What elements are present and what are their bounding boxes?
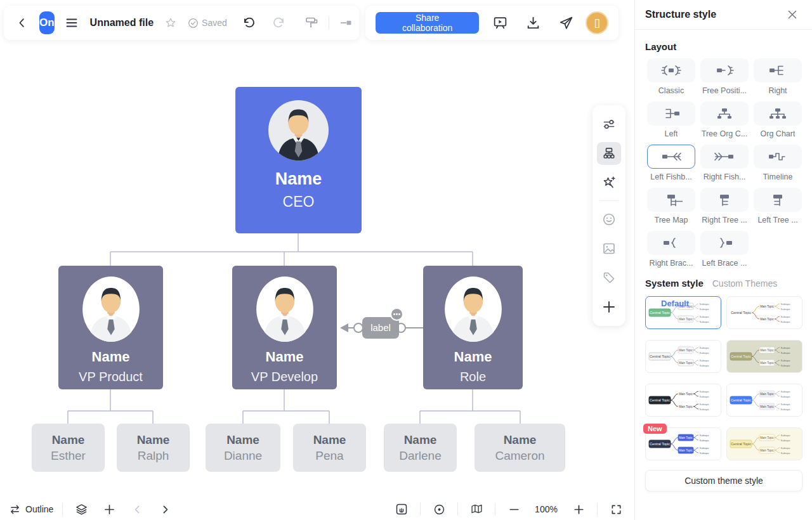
person-avatar-icon [444,276,502,342]
layout-option-free-position[interactable]: Free Positi... [698,58,750,95]
layout-option-right-fishbone[interactable]: Right Fish... [698,145,750,181]
svg-text:Subtopic: Subtopic [700,408,710,411]
theme-thumbnail-4[interactable]: Central Topic Main Topic Main Topic Subt… [645,384,721,417]
close-icon[interactable] [783,5,802,24]
layers-icon[interactable] [72,500,91,519]
svg-text:Subtopic: Subtopic [781,395,791,398]
svg-text:Main Topic: Main Topic [760,318,774,321]
layout-option-label: Left Tree ... [757,216,797,224]
redo-button[interactable] [270,13,289,32]
undo-button[interactable] [239,13,258,32]
favorite-star-icon[interactable] [161,13,180,32]
more-options-bubble[interactable] [390,308,403,321]
free-position-layout-icon [700,58,749,82]
layout-option-tree-org[interactable]: Tree Org C... [698,101,750,138]
svg-text:Subtopic: Subtopic [700,439,710,442]
node-role: VP Product [79,370,143,384]
minimap-icon[interactable] [467,500,486,519]
menu-icon[interactable] [62,13,81,32]
zoom-level[interactable]: 100% [532,504,560,514]
zoom-out-button[interactable] [504,500,523,519]
layout-option-classic[interactable]: Classic [645,58,697,95]
node-ceo[interactable]: Name CEO [235,87,362,233]
right-layout-icon [754,58,802,82]
prev-page-button[interactable] [128,500,147,519]
node-vp-develop[interactable]: Name VP Develop [232,266,337,389]
tab-system-style[interactable]: System style [645,278,704,289]
zoom-in-button[interactable] [569,500,588,519]
layout-option-left-fishbone[interactable]: Left Fishb... [645,145,697,181]
layout-option-right-brace[interactable]: Right Brac... [645,231,697,268]
theme-thumbnail-5[interactable]: Central Topic Main Topic Main Topic Subt… [726,384,802,417]
format-painter-icon[interactable] [302,13,321,32]
adjust-sliders-icon[interactable] [597,113,621,136]
back-button[interactable] [13,13,32,32]
tree-org-layout-icon [700,101,749,126]
layout-heading: Layout [645,41,802,52]
layout-option-right[interactable]: Right [752,58,804,95]
layout-option-org-chart[interactable]: Org Chart [752,101,804,138]
image-icon[interactable] [597,237,621,260]
node-vp-product[interactable]: Name VP Product [58,266,163,389]
tab-custom-themes[interactable]: Custom Themes [712,278,777,289]
custom-theme-style-button[interactable]: Custom theme style [645,470,802,491]
add-node-button[interactable] [597,296,621,318]
add-page-button[interactable] [100,500,119,519]
node-dianne[interactable]: Name Dianne [206,424,280,472]
left-layout-icon [647,101,695,126]
theme-thumbnail-3[interactable]: Central Topic Main Topic Main Topic Subt… [726,340,802,373]
theme-thumbnail-default[interactable]: Default Central Topic Main Topic Main To… [645,296,721,329]
locate-center-icon[interactable] [429,500,449,519]
share-collaboration-button[interactable]: Share collaboration [376,12,479,34]
app-logo[interactable]: On [39,11,55,34]
theme-thumbnail-6[interactable]: New Central Topic Main Topic Main Topic … [645,427,721,460]
layout-option-timeline[interactable]: Timeline [752,145,804,181]
node-cameron[interactable]: Name Cameron [475,424,565,472]
svg-text:Central Topic: Central Topic [731,354,751,358]
structure-icon[interactable] [597,142,621,165]
divider [420,503,421,516]
svg-text:Subtopic: Subtopic [781,315,791,318]
layout-option-left-brace[interactable]: Left Brace ... [698,231,750,268]
mindmap-canvas[interactable]: Name CEO Name VP Product Name VP Develop… [0,0,634,520]
svg-text:Main Topic: Main Topic [760,361,774,365]
magic-star-icon[interactable] [597,171,621,194]
relation-line-icon[interactable] [337,13,356,32]
node-pena[interactable]: Name Pena [293,424,366,472]
node-role[interactable]: Name Role [423,266,523,389]
user-avatar[interactable]: ▯ [586,11,608,34]
node-esther[interactable]: Name Esther [32,424,105,472]
next-page-button[interactable] [155,500,174,519]
emoji-icon[interactable] [597,207,621,230]
svg-text:Subtopic: Subtopic [700,395,710,398]
new-badge: New [643,424,667,434]
outline-button[interactable]: Outline [9,504,53,516]
swap-arrows-icon [9,504,21,516]
svg-text:Subtopic: Subtopic [781,439,791,442]
layout-option-tree-map[interactable]: Tree Map [645,188,697,224]
svg-text:Subtopic: Subtopic [781,302,791,306]
download-icon[interactable] [523,13,542,32]
fullscreen-icon[interactable] [606,500,625,519]
node-ralph[interactable]: Name Ralph [117,424,190,472]
layout-option-left-tree[interactable]: Left Tree ... [752,188,804,224]
node-name: Name [92,349,130,365]
theme-thumbnail-7[interactable]: Central Topic Main Topic Main Topic Subt… [726,427,802,460]
grab-tool-icon[interactable] [392,500,411,519]
svg-text:Subtopic: Subtopic [781,403,791,406]
layout-option-right-tree[interactable]: Right Tree ... [698,188,750,224]
send-icon[interactable] [556,13,575,32]
file-title[interactable]: Unnamed file [90,17,154,29]
tag-icon[interactable] [597,266,621,289]
layout-option-left[interactable]: Left [645,101,697,138]
svg-text:Main Topic: Main Topic [760,393,774,396]
presentation-icon[interactable] [490,13,509,32]
theme-thumbnail-2[interactable]: Central Topic Main Topic Main Topic Subt… [645,340,721,373]
divider [495,503,495,516]
svg-text:Subtopic: Subtopic [700,315,710,318]
layout-option-label: Left Brace ... [702,259,747,268]
theme-thumbnail-1[interactable]: Central Topic Main Topic Main Topic Subt… [726,296,802,329]
node-darlene[interactable]: Name Darlene [384,424,457,472]
structure-style-panel: Structure style Layout Classic Free Posi… [634,0,812,520]
svg-text:Main Topic: Main Topic [679,449,693,452]
